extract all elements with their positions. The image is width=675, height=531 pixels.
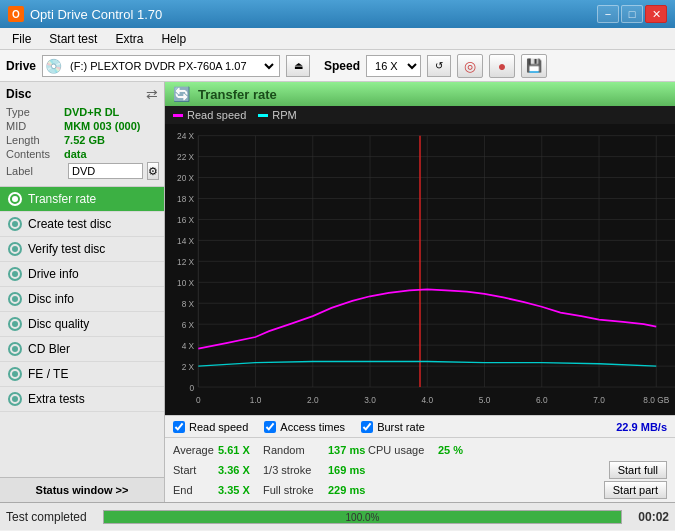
read-speed-checkbox[interactable] [173, 421, 185, 433]
burst-rate-checkbox-text: Burst rate [377, 421, 425, 433]
start-part-button[interactable]: Start part [604, 481, 667, 499]
nav-circle-disc-quality [8, 317, 22, 331]
svg-text:6 X: 6 X [182, 319, 195, 330]
stats-row-1: Average 5.61 X Random 137 ms CPU usage 2… [173, 440, 667, 460]
stats-row-2: Start 3.36 X 1/3 stroke 169 ms Start ful… [173, 460, 667, 480]
burst-rate-checkbox-label[interactable]: Burst rate [361, 421, 425, 433]
label-label: Label [6, 165, 64, 177]
start-value: 3.36 X [218, 464, 263, 476]
disc-expand-icon[interactable]: ⇄ [146, 86, 158, 102]
checkbox-bar: Read speed Access times Burst rate 22.9 … [165, 415, 675, 437]
svg-text:6.0: 6.0 [536, 395, 548, 406]
nav-circle-fe-te [8, 367, 22, 381]
stroke-1-3-value: 169 ms [328, 464, 368, 476]
svg-text:2 X: 2 X [182, 361, 195, 372]
burst-rate-checkbox[interactable] [361, 421, 373, 433]
svg-text:5.0: 5.0 [479, 395, 491, 406]
cpu-value: 25 % [438, 444, 463, 456]
stats-row-3: End 3.35 X Full stroke 229 ms Start part [173, 480, 667, 500]
burst-rate-value: 22.9 MB/s [616, 421, 667, 433]
bottom-bar: Test completed 100.0% 00:02 [0, 502, 675, 530]
status-window-button[interactable]: Status window >> [0, 477, 164, 502]
svg-text:22 X: 22 X [177, 152, 194, 163]
nav-item-disc-quality[interactable]: Disc quality [0, 312, 164, 337]
drive-select[interactable]: (F:) PLEXTOR DVDR PX-760A 1.07 [62, 55, 277, 77]
average-value: 5.61 X [218, 444, 263, 456]
eject-button[interactable]: ⏏ [286, 55, 310, 77]
nav-item-create-test-disc[interactable]: Create test disc [0, 212, 164, 237]
nav-item-disc-info[interactable]: Disc info [0, 287, 164, 312]
erase-button[interactable]: ◎ [457, 54, 483, 78]
chart-legend: Read speed RPM [165, 106, 675, 124]
read-speed-checkbox-label[interactable]: Read speed [173, 421, 248, 433]
close-button[interactable]: ✕ [645, 5, 667, 23]
menu-help[interactable]: Help [153, 30, 194, 48]
cpu-label: CPU usage [368, 444, 438, 456]
speed-label: Speed [324, 59, 360, 73]
length-label: Length [6, 134, 64, 146]
menu-file[interactable]: File [4, 30, 39, 48]
menu-bar: File Start test Extra Help [0, 28, 675, 50]
chart-icon: 🔄 [173, 86, 190, 102]
nav-circle-drive-info [8, 267, 22, 281]
disc-section: Disc ⇄ Type DVD+R DL MID MKM 003 (000) L… [0, 82, 164, 187]
svg-text:0: 0 [190, 382, 195, 393]
mid-label: MID [6, 120, 64, 132]
label-input[interactable] [68, 163, 143, 179]
nav-item-extra-tests[interactable]: Extra tests [0, 387, 164, 412]
title-bar-text: Opti Drive Control 1.70 [30, 7, 162, 22]
svg-text:0: 0 [196, 395, 201, 406]
legend-read-speed: Read speed [173, 109, 246, 121]
legend-rpm-label: RPM [272, 109, 296, 121]
access-times-checkbox-label[interactable]: Access times [264, 421, 345, 433]
menu-extra[interactable]: Extra [107, 30, 151, 48]
nav-item-drive-info[interactable]: Drive info [0, 262, 164, 287]
chart-svg: 24 X 22 X 20 X 18 X 16 X 14 X 12 X 10 X … [165, 124, 675, 415]
left-panel: Disc ⇄ Type DVD+R DL MID MKM 003 (000) L… [0, 82, 165, 502]
start-full-button[interactable]: Start full [609, 461, 667, 479]
svg-text:20 X: 20 X [177, 173, 194, 184]
main-layout: Disc ⇄ Type DVD+R DL MID MKM 003 (000) L… [0, 82, 675, 502]
access-times-checkbox[interactable] [264, 421, 276, 433]
nav-label-disc-quality: Disc quality [28, 317, 89, 331]
nav-circle-extra-tests [8, 392, 22, 406]
nav-item-verify-test-disc[interactable]: Verify test disc [0, 237, 164, 262]
progress-container: 100.0% [103, 510, 623, 524]
nav-circle-transfer-rate [8, 192, 22, 206]
nav-label-create-test-disc: Create test disc [28, 217, 111, 231]
progress-text: 100.0% [104, 511, 622, 525]
end-label: End [173, 484, 218, 496]
burn-button[interactable]: ● [489, 54, 515, 78]
type-value: DVD+R DL [64, 106, 119, 118]
nav-label-disc-info: Disc info [28, 292, 74, 306]
minimize-button[interactable]: − [597, 5, 619, 23]
refresh-button[interactable]: ↺ [427, 55, 451, 77]
nav-label-fe-te: FE / TE [28, 367, 68, 381]
mid-value: MKM 003 (000) [64, 120, 140, 132]
chart-header: 🔄 Transfer rate [165, 82, 675, 106]
nav-item-transfer-rate[interactable]: Transfer rate [0, 187, 164, 212]
access-times-checkbox-text: Access times [280, 421, 345, 433]
nav-item-cd-bler[interactable]: CD Bler [0, 337, 164, 362]
nav-label-verify-test-disc: Verify test disc [28, 242, 105, 256]
nav-circle-cd-bler [8, 342, 22, 356]
menu-start-test[interactable]: Start test [41, 30, 105, 48]
title-bar: O Opti Drive Control 1.70 − □ ✕ [0, 0, 675, 28]
legend-pink-dot [173, 114, 183, 117]
svg-text:7.0: 7.0 [593, 395, 605, 406]
label-settings-button[interactable]: ⚙ [147, 162, 159, 180]
maximize-button[interactable]: □ [621, 5, 643, 23]
stroke-1-3-label: 1/3 stroke [263, 464, 328, 476]
svg-text:3.0: 3.0 [364, 395, 376, 406]
speed-select[interactable]: 16 X Max 1 X 2 X 4 X 8 X [366, 55, 421, 77]
drive-bar: Drive 💿 (F:) PLEXTOR DVDR PX-760A 1.07 ⏏… [0, 50, 675, 82]
svg-text:4.0: 4.0 [421, 395, 433, 406]
app-icon: O [8, 6, 24, 22]
save-button[interactable]: 💾 [521, 54, 547, 78]
nav-circle-verify-test-disc [8, 242, 22, 256]
type-label: Type [6, 106, 64, 118]
end-value: 3.35 X [218, 484, 263, 496]
svg-text:8.0 GB: 8.0 GB [643, 395, 669, 406]
legend-cyan-dot [258, 114, 268, 117]
nav-item-fe-te[interactable]: FE / TE [0, 362, 164, 387]
